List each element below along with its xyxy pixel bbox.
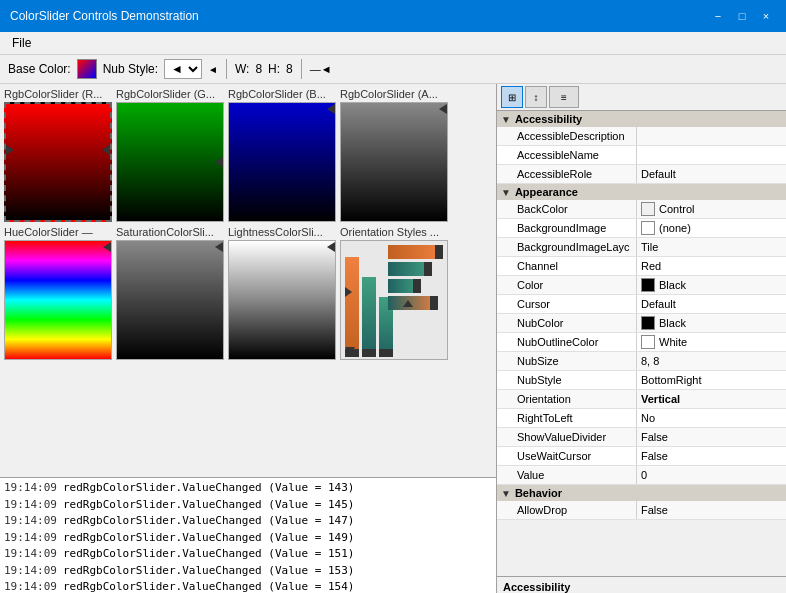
prop-value[interactable]: BottomRight xyxy=(637,371,786,389)
slider-label-alpha: RgbColorSlider (A... xyxy=(340,88,438,100)
log-time: 19:14:09 xyxy=(4,497,57,514)
prop-value[interactable]: (none) xyxy=(637,219,786,237)
menu-bar: File xyxy=(0,32,786,55)
h-label: H: xyxy=(268,62,280,76)
title-bar-controls: − □ × xyxy=(708,6,776,26)
prop-value-text: 8, 8 xyxy=(641,355,659,367)
slider-canvas-hue[interactable] xyxy=(4,240,112,360)
slider-label-saturation: SaturationColorSli... xyxy=(116,226,214,238)
slider-item-red: RgbColorSlider (R... xyxy=(4,88,112,222)
nub-style-select[interactable]: ◄ ► xyxy=(164,59,202,79)
orientation-canvas[interactable] xyxy=(340,240,448,360)
prop-value-text: White xyxy=(659,336,687,348)
log-time: 19:14:09 xyxy=(4,530,57,547)
base-color-picker[interactable] xyxy=(77,59,97,79)
prop-value[interactable]: Black xyxy=(637,276,786,294)
close-button[interactable]: × xyxy=(756,6,776,26)
prop-name: NubOutlineColor xyxy=(497,333,637,351)
collapse-icon: ▼ xyxy=(501,488,511,499)
props-row: NubStyleBottomRight xyxy=(497,371,786,390)
menu-file[interactable]: File xyxy=(6,34,37,52)
props-tool-list[interactable]: ≡ xyxy=(549,86,579,108)
prop-name: Cursor xyxy=(497,295,637,313)
log-entry: 19:14:09redRgbColorSlider.ValueChanged (… xyxy=(4,579,492,593)
props-section-accessibility[interactable]: ▼Accessibility xyxy=(497,111,786,127)
prop-value[interactable]: 0 xyxy=(637,466,786,484)
nub-left-red xyxy=(6,145,14,155)
props-footer: Accessibility xyxy=(497,576,786,593)
slider-canvas-lightness[interactable] xyxy=(228,240,336,360)
prop-name: Color xyxy=(497,276,637,294)
prop-value[interactable]: White xyxy=(637,333,786,351)
color-swatch xyxy=(641,316,655,330)
prop-value-text: Red xyxy=(641,260,661,272)
props-row: ShowValueDividerFalse xyxy=(497,428,786,447)
prop-name: ShowValueDivider xyxy=(497,428,637,446)
log-msg: redRgbColorSlider.ValueChanged (Value = … xyxy=(63,480,354,497)
prop-value[interactable]: Black xyxy=(637,314,786,332)
log-panel: 19:14:09redRgbColorSlider.ValueChanged (… xyxy=(0,477,496,593)
prop-name: BackgroundImage xyxy=(497,219,637,237)
prop-value[interactable]: 8, 8 xyxy=(637,352,786,370)
slider-label-lightness: LightnessColorSli... xyxy=(228,226,323,238)
props-row: AccessibleName xyxy=(497,146,786,165)
props-section-appearance[interactable]: ▼Appearance xyxy=(497,184,786,200)
log-entry: 19:14:09redRgbColorSlider.ValueChanged (… xyxy=(4,530,492,547)
prop-value[interactable]: False xyxy=(637,501,786,519)
color-swatch xyxy=(641,278,655,292)
slider-label-red: RgbColorSlider (R... xyxy=(4,88,102,100)
prop-value[interactable]: Tile xyxy=(637,238,786,256)
props-row: AccessibleRoleDefault xyxy=(497,165,786,184)
log-time: 19:14:09 xyxy=(4,480,57,497)
main-content: RgbColorSlider (R... RgbColorSlider (G..… xyxy=(0,84,786,593)
prop-value-text: Black xyxy=(659,317,686,329)
log-msg: redRgbColorSlider.ValueChanged (Value = … xyxy=(63,546,354,563)
slider-canvas-saturation[interactable] xyxy=(116,240,224,360)
collapse-icon: ▼ xyxy=(501,114,511,125)
prop-value-text: Tile xyxy=(641,241,658,253)
prop-value[interactable]: Default xyxy=(637,295,786,313)
prop-value[interactable] xyxy=(637,146,786,164)
props-row: NubColorBlack xyxy=(497,314,786,333)
log-time: 19:14:09 xyxy=(4,579,57,593)
prop-value-text: Control xyxy=(659,203,694,215)
arrow-right: —◄ xyxy=(310,63,332,75)
props-tool-alphabetical[interactable]: ↕ xyxy=(525,86,547,108)
minimize-button[interactable]: − xyxy=(708,6,728,26)
prop-name: UseWaitCursor xyxy=(497,447,637,465)
props-row: RightToLeftNo xyxy=(497,409,786,428)
prop-value-text: 0 xyxy=(641,469,647,481)
log-msg: redRgbColorSlider.ValueChanged (Value = … xyxy=(63,563,354,580)
props-grid: ▼AccessibilityAccessibleDescriptionAcces… xyxy=(497,111,786,576)
props-row: UseWaitCursorFalse xyxy=(497,447,786,466)
toolbar: Base Color: Nub Style: ◄ ► ◄ W: 8 H: 8 —… xyxy=(0,55,786,84)
props-row: Value0 xyxy=(497,466,786,485)
prop-value-text: False xyxy=(641,450,668,462)
slider-canvas-blue[interactable] xyxy=(228,102,336,222)
prop-name: BackColor xyxy=(497,200,637,218)
nub-right-saturation xyxy=(215,242,223,252)
slider-canvas-alpha[interactable] xyxy=(340,102,448,222)
prop-value[interactable]: False xyxy=(637,447,786,465)
props-row: ColorBlack xyxy=(497,276,786,295)
prop-value[interactable] xyxy=(637,127,786,145)
h-value: 8 xyxy=(286,62,293,76)
prop-name: AllowDrop xyxy=(497,501,637,519)
prop-value[interactable]: Default xyxy=(637,165,786,183)
slider-item-lightness: LightnessColorSli... xyxy=(228,226,336,360)
props-section-behavior[interactable]: ▼Behavior xyxy=(497,485,786,501)
prop-value[interactable]: Control xyxy=(637,200,786,218)
prop-value[interactable]: False xyxy=(637,428,786,446)
toolbar-divider-2 xyxy=(301,59,302,79)
prop-value[interactable]: No xyxy=(637,409,786,427)
prop-value[interactable]: Red xyxy=(637,257,786,275)
prop-value[interactable]: Vertical xyxy=(637,390,786,408)
nub-right-blue xyxy=(327,104,335,114)
prop-value-text: BottomRight xyxy=(641,374,702,386)
slider-label-blue: RgbColorSlider (B... xyxy=(228,88,326,100)
slider-canvas-red[interactable] xyxy=(4,102,112,222)
props-tool-categorized[interactable]: ⊞ xyxy=(501,86,523,108)
log-entry: 19:14:09redRgbColorSlider.ValueChanged (… xyxy=(4,563,492,580)
slider-canvas-green[interactable] xyxy=(116,102,224,222)
maximize-button[interactable]: □ xyxy=(732,6,752,26)
